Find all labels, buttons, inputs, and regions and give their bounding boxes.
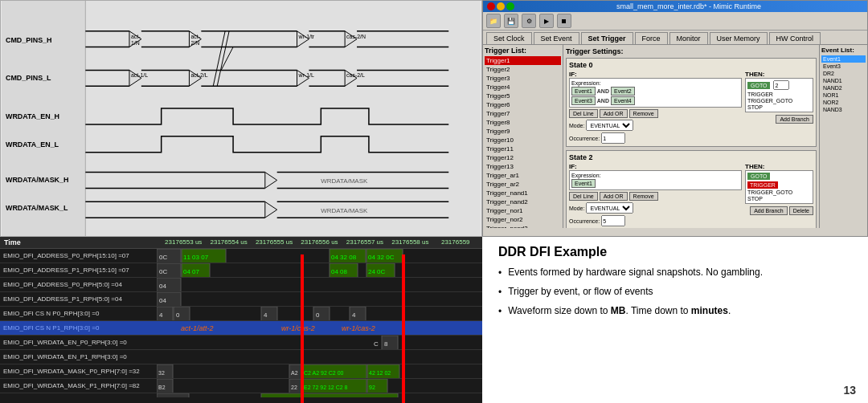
delete-btn-2[interactable]: Delete <box>789 206 813 215</box>
ddr-title: DDR DFI Example <box>498 245 852 259</box>
trigger-item-nand1[interactable]: Trigger_nand1 <box>485 189 561 197</box>
timing-row-1: EMIO_DFI_ADDRESS_P0_RPH[15:10] =07 0C 11… <box>0 249 482 263</box>
bullet-list: • Events formed by hardware signal snaps… <box>498 266 852 318</box>
add-branch-btn-0[interactable]: Add Branch <box>776 115 813 124</box>
tab-set-clock[interactable]: Set Clock <box>486 32 532 44</box>
tab-hw-control[interactable]: HW Control <box>769 32 821 44</box>
trigger-item-nor1[interactable]: Trigger_nor1 <box>485 206 561 215</box>
remove-btn-0[interactable]: Remove <box>629 109 658 118</box>
toolbar-icon-3[interactable]: ⚙ <box>522 14 536 28</box>
trigger-item-3[interactable]: Trigger3 <box>485 74 561 83</box>
close-button[interactable] <box>487 2 495 10</box>
stop-action-2: STOP <box>747 196 811 202</box>
svg-text:cas-2/N: cas-2/N <box>346 34 366 39</box>
ts-4: 23176556 us <box>297 238 342 246</box>
goto-btn-0[interactable]: GOTO <box>747 82 770 89</box>
svg-text:act-1/att-2: act-1/att-2 <box>181 324 214 332</box>
state0-header: State 0 <box>569 61 813 69</box>
minimize-button[interactable] <box>497 2 505 10</box>
tab-force[interactable]: Force <box>635 32 668 44</box>
trigger-item-ar1[interactable]: Trigger_ar1 <box>485 171 561 180</box>
event-list-item-1[interactable]: Event1 <box>821 55 866 63</box>
state2-header: State 2 <box>569 153 813 161</box>
svg-text:4: 4 <box>264 311 268 319</box>
toolbar-icon-4[interactable]: ▶ <box>539 14 554 28</box>
timing-data-4: 04 <box>157 292 482 306</box>
timing-rows: EMIO_DFI_ADDRESS_P0_RPH[15:10] =07 0C 11… <box>0 249 482 397</box>
signal-name-2: EMIO_DFI_ADDRESS_P1_RPH[15:10] =07 <box>0 267 157 274</box>
svg-text:CMD_PINS_H: CMD_PINS_H <box>6 36 52 44</box>
tab-monitor[interactable]: Monitor <box>669 32 708 44</box>
event-list-item-5[interactable]: NAND2 <box>821 84 866 92</box>
event2-box[interactable]: Event2 <box>611 87 635 96</box>
then-panel-0: THEN: GOTO TRIGGER TRIGGER_GOTO STOP Add… <box>745 71 813 124</box>
mode-select-0[interactable]: EVENTUAL <box>586 120 633 131</box>
trigger-item-nand2[interactable]: Trigger_nand2 <box>485 197 561 206</box>
toolbar-icon-1[interactable]: 📁 <box>486 14 501 28</box>
signal-name-9: EMIO_DFI_WRDATA_MASK_P0_RPH[7:0] =32 <box>0 368 157 375</box>
svg-text:wr-1/L: wr-1/L <box>298 72 314 78</box>
trigger-item-4[interactable]: Trigger4 <box>485 83 561 92</box>
event-list-item-6[interactable]: NOR1 <box>821 92 866 99</box>
bullet-text-1: Events formed by hardware signal snapsho… <box>508 266 763 279</box>
trigger-item-nand3[interactable]: Trigger_nand3 <box>485 224 561 228</box>
goto-val-input-0[interactable] <box>773 80 789 90</box>
expression-box-0: Expression: Event1 AND Event2 Event3 AND… <box>569 78 742 108</box>
event-list-item-2[interactable]: Event3 <box>821 63 866 70</box>
remove-btn-2[interactable]: Remove <box>629 192 658 201</box>
occurrence-row-2: Occurrence: <box>569 215 742 226</box>
maximize-button[interactable] <box>506 2 514 10</box>
mode-select-2[interactable]: EVENTUAL <box>586 202 633 214</box>
svg-text:act-: act- <box>190 34 200 39</box>
ts-2: 23176554 us <box>206 238 251 246</box>
trigger-item-5[interactable]: Trigger5 <box>485 92 561 100</box>
event-list-item-4[interactable]: NAND1 <box>821 77 866 84</box>
event-list-item-3[interactable]: DR2 <box>821 70 866 77</box>
event1-box[interactable]: Event1 <box>571 87 596 96</box>
add-or-btn-0[interactable]: Add OR <box>600 109 628 118</box>
del-line-btn-2[interactable]: Del Line <box>569 192 598 201</box>
trigger-item-9[interactable]: Trigger9 <box>485 127 561 136</box>
trigger-item-1[interactable]: Trigger1 <box>485 56 561 65</box>
event4-box[interactable]: Event4 <box>611 96 635 105</box>
tab-set-event[interactable]: Set Event <box>534 32 579 44</box>
add-branch-btn-2[interactable]: Add Branch <box>750 206 788 215</box>
trigger-item-nor2[interactable]: Trigger_nor2 <box>485 215 561 224</box>
toolbar-icon-5[interactable]: ⏹ <box>557 14 571 28</box>
red-line-4 <box>403 254 405 403</box>
trigger-item-13[interactable]: Trigger13 <box>485 162 561 171</box>
event3-box[interactable]: Event3 <box>571 96 596 105</box>
toolbar-icon-2[interactable]: 💾 <box>504 14 518 28</box>
svg-text:0C: 0C <box>159 268 167 275</box>
timing-data-9: 32 A2 C2 A2 92 C2 00 42 12 02 <box>157 364 482 378</box>
ts-6: 23176558 us <box>387 238 432 246</box>
trigger-item-6[interactable]: Trigger6 <box>485 100 561 109</box>
event-list-item-7[interactable]: NOR2 <box>821 99 866 106</box>
trigger-item-7[interactable]: Trigger7 <box>485 109 561 118</box>
add-or-btn-2[interactable]: Add OR <box>600 192 628 201</box>
trigger-item-11[interactable]: Trigger11 <box>485 145 561 153</box>
trigger-item-ar2[interactable]: Trigger_ar2 <box>485 180 561 189</box>
occurrence-input-0[interactable] <box>601 132 625 144</box>
svg-text:WRDATA_EN_H: WRDATA_EN_H <box>6 112 59 120</box>
goto-btn-2[interactable]: GOTO <box>747 173 770 180</box>
state2-if-panel: IF: Expression: Event1 Del Line Add OR R… <box>569 163 742 226</box>
then-label-0: THEN: <box>745 71 813 78</box>
svg-text:WRDATA_EN_L: WRDATA_EN_L <box>6 140 59 149</box>
svg-text:act-: act- <box>131 34 141 39</box>
window-buttons <box>487 2 514 10</box>
tab-set-trigger[interactable]: Set Trigger <box>581 32 633 44</box>
svg-text:CMD_PINS_L: CMD_PINS_L <box>6 74 51 82</box>
trigger-item-2[interactable]: Trigger2 <box>485 65 561 74</box>
expr-row-2: Event3 AND Event4 <box>571 96 739 105</box>
settings-title: Trigger Settings: <box>566 47 817 55</box>
trigger-item-12[interactable]: Trigger12 <box>485 153 561 162</box>
state2-event1-box[interactable]: Event1 <box>571 179 596 188</box>
svg-text:11 03 07: 11 03 07 <box>183 254 209 261</box>
tab-user-memory[interactable]: User Memory <box>710 32 768 44</box>
occurrence-input-2[interactable] <box>601 215 625 226</box>
del-line-btn-0[interactable]: Del Line <box>569 109 598 118</box>
trigger-item-8[interactable]: Trigger8 <box>485 118 561 127</box>
trigger-item-10[interactable]: Trigger10 <box>485 136 561 145</box>
event-list-item-8[interactable]: NAND3 <box>821 106 866 113</box>
